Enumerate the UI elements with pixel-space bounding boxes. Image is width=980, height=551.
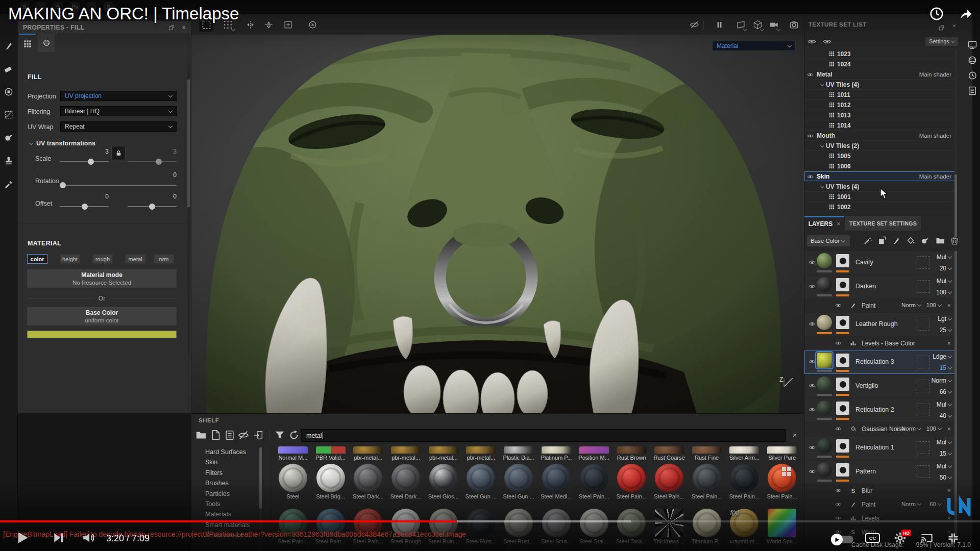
layer-row[interactable]: Reticulation 2 Mul 40 xyxy=(804,398,955,422)
effect-opacity[interactable]: 100 xyxy=(926,302,941,308)
shelf-material[interactable]: Steel Brig... xyxy=(312,464,350,499)
effect-visibility-icon[interactable] xyxy=(835,487,842,494)
layer-thumbnail[interactable] xyxy=(817,253,832,268)
layer-row[interactable]: Reticulation 3 Ldge 15 xyxy=(804,350,955,374)
uv-tile-1023[interactable]: 1023 xyxy=(804,49,955,59)
dock-display-button[interactable] xyxy=(967,40,978,51)
scale-slider-1[interactable] xyxy=(60,161,109,162)
shading-mode-select[interactable]: Material xyxy=(712,41,796,51)
layer-row[interactable]: Pattern Mul 50 xyxy=(804,460,955,484)
layer-mask-thumbnail[interactable] xyxy=(836,254,849,267)
add-effect-icon[interactable] xyxy=(906,236,915,245)
anchor-slot[interactable] xyxy=(917,404,929,416)
tab-texture-set-settings[interactable]: TEXTURE SET SETTINGS xyxy=(845,216,921,231)
shelf-material[interactable]: Steel Pain... xyxy=(650,464,688,499)
layer-row[interactable]: Cavity Mul 20 xyxy=(804,251,955,274)
eraser-tool[interactable] xyxy=(4,64,14,74)
remove-effect-icon[interactable]: × xyxy=(947,339,951,347)
layer-visibility-icon[interactable] xyxy=(808,320,816,328)
shelf-material[interactable]: Silver Pure xyxy=(763,446,801,461)
pause-button[interactable] xyxy=(712,17,726,32)
layer-row[interactable]: Darken Mul 100 xyxy=(804,275,955,298)
layer-effect-row[interactable]: Levels × xyxy=(804,512,955,525)
layer-opacity[interactable]: 66 xyxy=(940,388,951,395)
sync-visibility-icon[interactable] xyxy=(807,37,816,46)
blend-mode-select[interactable]: Mul xyxy=(937,278,951,285)
uv-wrap-select[interactable]: Repeat xyxy=(60,121,177,132)
shelf-material[interactable]: Steel Dark... xyxy=(349,464,387,499)
anchor-slot[interactable] xyxy=(917,318,929,331)
layer-visibility-icon[interactable] xyxy=(808,283,816,290)
shelf-material[interactable]: Steel xyxy=(274,464,312,499)
viewport-3d[interactable] xyxy=(191,35,804,413)
layer-visibility-icon[interactable] xyxy=(808,406,816,413)
layer-mask-thumbnail[interactable] xyxy=(836,463,849,477)
layer-effect-row[interactable]: Gaussian Noise Norm 100 × xyxy=(804,422,955,436)
video-progress-bar[interactable] xyxy=(0,520,980,522)
layer-opacity[interactable]: 15 xyxy=(940,450,951,457)
blend-mode-select[interactable]: Mul xyxy=(937,439,951,446)
paint-tool[interactable] xyxy=(4,41,14,51)
popout-icon[interactable] xyxy=(938,24,945,31)
layer-row[interactable]: Reticulation 1 Mul 15 xyxy=(804,436,955,460)
volume-button[interactable] xyxy=(82,531,95,544)
texture-set-mouth[interactable]: Mouth Main shader xyxy=(804,131,955,141)
layer-thumbnail[interactable] xyxy=(817,438,832,454)
layer-visibility-icon[interactable] xyxy=(808,259,816,266)
layer-mask-thumbnail[interactable] xyxy=(836,439,849,453)
blend-mode-select[interactable]: Mul xyxy=(937,254,951,261)
shelf-category-filters[interactable]: Filters xyxy=(205,469,250,480)
layer-opacity[interactable]: 20 xyxy=(940,265,951,272)
channel-filter-select[interactable]: Base Color xyxy=(807,235,850,246)
close-icon[interactable]: × xyxy=(952,22,956,30)
layer-mask-thumbnail[interactable] xyxy=(836,378,849,391)
shelf-category-brushes[interactable]: Brushes xyxy=(205,480,250,490)
effect-visibility-icon[interactable] xyxy=(835,501,842,508)
rotation-value[interactable]: 0 xyxy=(161,171,177,179)
reset-button[interactable] xyxy=(305,17,320,32)
effect-blend-select[interactable]: Norm xyxy=(901,302,921,308)
scale-value-1[interactable]: 3 xyxy=(93,148,109,155)
effect-blend-select[interactable]: Norm xyxy=(901,425,921,432)
shelf-material[interactable]: Steel Pain... xyxy=(688,464,726,499)
shelf-material[interactable]: pbr-metal... xyxy=(462,446,500,461)
layer-effect-row[interactable]: S Blur × xyxy=(804,484,955,497)
uv-tile-1002[interactable]: 1002 xyxy=(804,202,955,212)
autoplay-toggle[interactable] xyxy=(832,536,853,543)
shelf-material[interactable]: Steel Glos... xyxy=(425,464,462,499)
layer-row[interactable]: Vertiglio Norm 66 xyxy=(804,374,955,398)
layer-mask-thumbnail[interactable] xyxy=(836,316,849,329)
shelf-material[interactable]: pbr-metal... xyxy=(349,446,387,461)
tab-fill-properties[interactable] xyxy=(19,34,36,53)
layer-effect-row[interactable]: Levels - Base Color × xyxy=(804,337,955,350)
shelf-material[interactable]: Steel Gun ... xyxy=(462,464,500,499)
eye-icon[interactable] xyxy=(807,173,814,180)
material-mode-button[interactable]: Material mode No Resource Selected xyxy=(27,269,177,288)
channel-height[interactable]: height xyxy=(60,254,80,264)
offset-slider-1[interactable] xyxy=(60,206,109,207)
offset-value-1[interactable]: 0 xyxy=(93,193,109,200)
effect-blend-select[interactable]: Norm xyxy=(901,501,921,507)
axis-gizmo[interactable]: Z xyxy=(779,373,797,392)
properties-scrollbar[interactable] xyxy=(187,64,190,353)
shelf-material[interactable]: Steel Dark... xyxy=(387,464,425,499)
mirror-v-button[interactable] xyxy=(261,17,276,32)
shelf-material[interactable]: Steel Medi... xyxy=(537,464,575,499)
layer-visibility-icon[interactable] xyxy=(808,468,816,475)
uv-tile-1013[interactable]: 1013 xyxy=(804,110,955,120)
blend-mode-select[interactable]: Norm xyxy=(932,377,951,384)
layer-thumbnail[interactable] xyxy=(817,277,832,292)
layer-thumbnail[interactable] xyxy=(817,400,832,416)
anchor-slot[interactable] xyxy=(917,280,929,293)
uv-tile-1012[interactable]: 1012 xyxy=(804,100,955,110)
hide-preview-icon[interactable] xyxy=(238,430,249,441)
shelf-category-particles[interactable]: Particles xyxy=(205,490,250,500)
layer-effect-row[interactable]: Paint Norm 60 × xyxy=(804,498,955,511)
captions-button[interactable]: CC xyxy=(865,533,880,543)
scale-slider-2[interactable] xyxy=(128,161,177,162)
anchor-slot[interactable] xyxy=(917,441,929,454)
close-tab-icon[interactable]: × xyxy=(837,220,840,228)
remove-effect-icon[interactable]: × xyxy=(947,487,951,494)
add-square-button[interactable] xyxy=(281,17,295,32)
scale-lock-button[interactable] xyxy=(111,146,126,160)
